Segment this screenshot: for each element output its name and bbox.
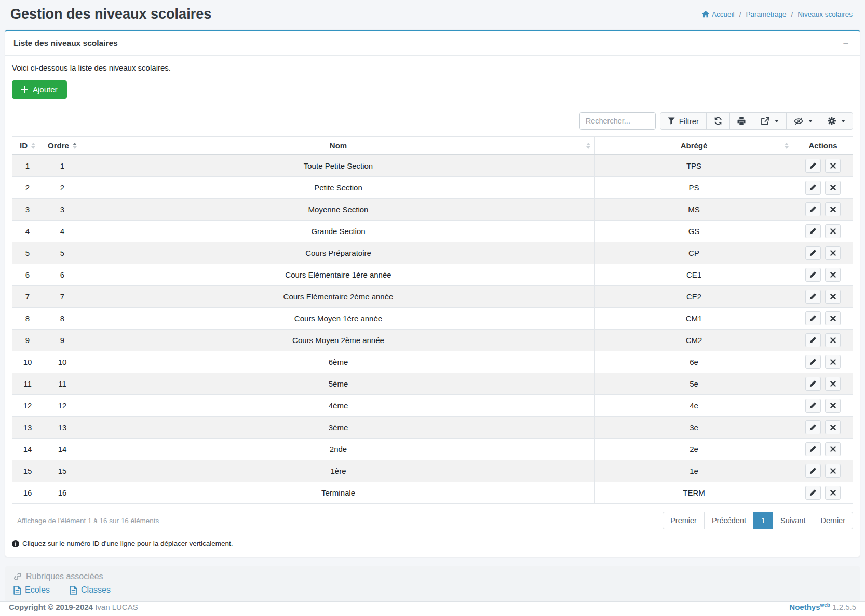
edit-button[interactable] [805,399,821,413]
cell-id[interactable]: 7 [12,286,43,308]
table-row: 8 8 Cours Moyen 1ère année CM1 [12,308,853,330]
table-footer: Affichage de l'élément 1 à 16 sur 16 élé… [12,512,853,529]
edit-button[interactable] [805,486,821,500]
delete-button[interactable] [825,399,841,413]
settings-button[interactable] [820,112,853,130]
cell-id[interactable]: 16 [12,482,43,504]
cell-id[interactable]: 8 [12,308,43,330]
close-icon [830,425,836,430]
cell-id[interactable]: 1 [12,155,43,177]
export-button[interactable] [753,112,787,130]
delete-button[interactable] [825,355,841,369]
related-link-ecoles[interactable]: Ecoles [13,585,50,595]
breadcrumb-separator: / [791,10,793,18]
table-row: 4 4 Grande Section GS [12,221,853,242]
breadcrumb-parametrage[interactable]: Paramétrage [746,10,786,18]
cell-id[interactable]: 3 [12,199,43,221]
pagination-previous[interactable]: Précédent [704,512,754,529]
related-link-classes[interactable]: Classes [70,585,111,595]
edit-button[interactable] [805,181,821,195]
cell-id[interactable]: 2 [12,177,43,199]
cell-ordre: 11 [43,373,82,395]
table-row: 13 13 3ème 3e [12,417,853,439]
cell-nom: 4ème [82,395,595,417]
close-icon [830,228,836,234]
column-header-id[interactable]: ID [12,137,43,155]
edit-button[interactable] [805,442,821,456]
delete-button[interactable] [825,333,841,347]
card-header: Liste des niveaux scolaires − [5,31,860,56]
cell-id[interactable]: 11 [12,373,43,395]
hint-text: Cliquez sur le numéro ID d'une ligne pou… [22,540,233,547]
cell-id[interactable]: 15 [12,460,43,482]
add-button[interactable]: Ajouter [12,80,67,99]
info-icon [12,540,19,547]
edit-button[interactable] [805,420,821,434]
edit-button[interactable] [805,202,821,216]
table-row: 1 1 Toute Petite Section TPS [12,155,853,177]
edit-button[interactable] [805,246,821,260]
edit-button[interactable] [805,268,821,282]
breadcrumb: Accueil / Paramétrage / Niveaux scolaire… [702,10,855,18]
cell-id[interactable]: 14 [12,439,43,460]
breadcrumb-accueil[interactable]: Accueil [702,10,735,18]
edit-button[interactable] [805,290,821,304]
cell-id[interactable]: 12 [12,395,43,417]
search-input[interactable] [579,112,656,130]
cell-actions [793,373,853,395]
delete-button[interactable] [825,181,841,195]
edit-button[interactable] [805,159,821,173]
breadcrumb-niveaux-scolaires[interactable]: Niveaux scolaires [798,10,853,18]
delete-button[interactable] [825,377,841,391]
delete-button[interactable] [825,311,841,325]
delete-button[interactable] [825,486,841,500]
table-row: 3 3 Moyenne Section MS [12,199,853,221]
breadcrumb-separator: / [739,10,741,18]
pencil-icon [809,184,816,191]
delete-button[interactable] [825,246,841,260]
delete-button[interactable] [825,159,841,173]
pagination-last[interactable]: Dernier [813,512,853,529]
cell-abrege: 1e [595,460,793,482]
cell-id[interactable]: 4 [12,221,43,242]
column-header-abrege[interactable]: Abrégé [595,137,793,155]
cell-actions [793,264,853,286]
cell-ordre: 3 [43,199,82,221]
cell-nom: Cours Elémentaire 1ère année [82,264,595,286]
pagination-current-page[interactable]: 1 [753,512,773,529]
cell-nom: 1ère [82,460,595,482]
pagination-first[interactable]: Premier [663,512,705,529]
edit-button[interactable] [805,377,821,391]
delete-button[interactable] [825,224,841,238]
cell-id[interactable]: 13 [12,417,43,439]
cell-id[interactable]: 10 [12,351,43,373]
cell-id[interactable]: 6 [12,264,43,286]
refresh-button[interactable] [706,112,730,130]
edit-button[interactable] [805,464,821,478]
copyright: Copyright © 2019-2024 Ivan LUCAS [9,603,138,611]
delete-button[interactable] [825,442,841,456]
intro-text: Voici ci-dessous la liste des niveaux sc… [12,63,853,72]
delete-button[interactable] [825,420,841,434]
delete-button[interactable] [825,202,841,216]
pagination-next[interactable]: Suivant [773,512,813,529]
delete-button[interactable] [825,464,841,478]
card-title: Liste des niveaux scolaires [13,38,118,48]
close-icon [830,468,836,474]
delete-button[interactable] [825,268,841,282]
columns-visibility-button[interactable] [786,112,820,130]
collapse-button[interactable]: − [840,37,852,49]
delete-button[interactable] [825,290,841,304]
app-version: Noethysweb 1.2.5.5 [789,602,856,611]
cell-id[interactable]: 5 [12,242,43,264]
edit-button[interactable] [805,333,821,347]
cell-id[interactable]: 9 [12,330,43,351]
edit-button[interactable] [805,355,821,369]
edit-button[interactable] [805,311,821,325]
filter-button[interactable]: Filtrer [660,112,707,130]
print-button[interactable] [729,112,753,130]
column-header-ordre[interactable]: Ordre [43,137,82,155]
column-header-nom[interactable]: Nom [82,137,595,155]
main-footer: Copyright © 2019-2024 Ivan LUCAS Noethys… [0,601,865,616]
edit-button[interactable] [805,224,821,238]
